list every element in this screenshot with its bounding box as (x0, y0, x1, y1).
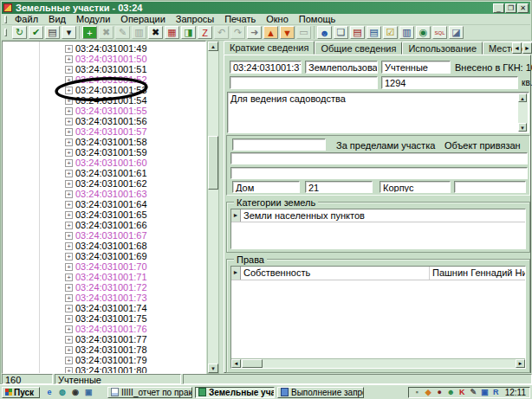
expand-icon[interactable]: + (65, 211, 73, 219)
expand-icon[interactable]: + (65, 357, 73, 364)
mail-icon[interactable]: ◍ (57, 387, 68, 397)
rights-grid[interactable]: ►СобственностьПашнин Геннадий Николае ◄ … (230, 266, 526, 369)
cadastral-number-field[interactable]: 03:24:031001:37 (230, 61, 302, 74)
tasks-check-icon[interactable]: ☑ (383, 26, 398, 39)
tree-item-71[interactable]: +03:24:031001:71 (65, 272, 147, 282)
tree-item-63[interactable]: +03:24:031001:63 (65, 189, 147, 199)
expand-icon[interactable]: + (65, 346, 73, 354)
tree-item-51[interactable]: +03:24:031001:51 (65, 64, 147, 74)
tree-item-67[interactable]: +03:24:031001:67 (65, 230, 147, 241)
blue-book-icon[interactable]: ▤ (367, 26, 381, 39)
tab-использование[interactable]: Использование (402, 42, 483, 55)
expand-icon[interactable]: + (65, 190, 73, 198)
tab-scroll-right-icon[interactable]: ► (522, 42, 532, 54)
task-report-doc[interactable]: IIIII_отчет по практи... (107, 387, 192, 398)
tree-item-73[interactable]: +03:24:031001:73 (65, 293, 147, 303)
scroll-up-icon[interactable]: ▲ (518, 93, 527, 102)
expand-icon[interactable]: + (65, 232, 73, 240)
display-settings-icon[interactable]: ▣ (480, 388, 490, 397)
sort-icon[interactable]: Z (198, 26, 212, 39)
expand-icon[interactable]: + (65, 138, 73, 146)
empty-field-1[interactable] (230, 76, 378, 89)
scroll-right-icon[interactable]: ► (516, 359, 525, 368)
go-icon[interactable]: ➜ (247, 26, 262, 39)
house-number-field[interactable]: 21 (305, 181, 373, 193)
cancel-changes-icon[interactable]: ✖ (148, 26, 163, 39)
computer-icon[interactable]: ◪ (449, 26, 464, 39)
menu-запросы[interactable]: Запросы (171, 13, 219, 25)
expand-icon[interactable]: + (65, 315, 73, 323)
copy-icon[interactable]: ❏ (334, 26, 348, 39)
tree-item-80[interactable]: +03:24:031001:80 (65, 365, 147, 374)
task-land-parcels[interactable]: Земельные участ... (195, 387, 275, 398)
building-label-field[interactable]: Корпус (380, 181, 451, 193)
confirm-icon[interactable]: ✔ (29, 26, 43, 39)
print-icon[interactable]: ▤ (45, 26, 60, 39)
expand-icon[interactable]: + (65, 180, 73, 188)
memo-scrollbar[interactable]: ▲ ▼ (518, 93, 528, 132)
scheduler-icon[interactable]: ✎ (469, 388, 478, 397)
tree-item-59[interactable]: +03:24:031001:59 (65, 147, 147, 158)
tree-item-50[interactable]: +03:24:031001:50 (65, 54, 147, 64)
display-icon[interactable]: ▣ (83, 387, 94, 397)
winamp-icon[interactable]: ◆ (424, 388, 433, 397)
rights-scrollbar[interactable]: ◄ ► (231, 358, 525, 368)
tree-item-70[interactable]: +03:24:031001:70 (65, 261, 147, 272)
expand-icon[interactable]: + (65, 253, 73, 261)
messenger-icon[interactable]: ☻ (446, 388, 456, 397)
print-dropdown-icon[interactable]: ▾ (62, 26, 76, 39)
expand-icon[interactable]: + (65, 305, 73, 312)
refresh-icon[interactable]: ↻ (12, 26, 27, 39)
expand-icon[interactable]: + (65, 201, 73, 209)
menu-файл[interactable]: Файл (10, 13, 43, 25)
expand-icon[interactable]: + (65, 170, 73, 177)
land-use-field[interactable]: Землепользование (305, 61, 378, 74)
tree-item-62[interactable]: +03:24:031001:62 (65, 178, 147, 189)
sql-icon[interactable]: SQL (432, 26, 447, 39)
category-row[interactable]: ►Земли населенных пунктов (231, 209, 525, 222)
expand-icon[interactable]: + (65, 87, 73, 94)
expand-icon[interactable]: + (65, 66, 73, 74)
expand-icon[interactable]: + (65, 159, 73, 167)
house-label-field[interactable]: Дом (232, 181, 300, 193)
card-view-icon[interactable]: ◨ (181, 26, 196, 39)
expand-icon[interactable]: + (65, 128, 73, 136)
address-line-1-field[interactable] (230, 152, 528, 164)
keyboard-layout-icon[interactable]: R (491, 388, 501, 397)
expand-icon[interactable]: + (65, 118, 73, 125)
network-status-icon[interactable]: ▪ (412, 388, 422, 397)
tab-краткие-сведения[interactable]: Краткие сведения (224, 41, 315, 55)
expand-icon[interactable]: + (65, 284, 73, 292)
scroll-down-icon[interactable]: ▼ (518, 123, 527, 132)
menu-печать[interactable]: Печать (219, 13, 261, 25)
tree-item-65[interactable]: +03:24:031001:65 (65, 209, 147, 220)
red-book-icon[interactable]: ▤ (350, 26, 365, 39)
tree-item-77[interactable]: +03:24:031001:77 (65, 334, 147, 344)
load-icon[interactable]: ▲ (263, 26, 278, 39)
add-record-icon[interactable]: + (82, 26, 97, 39)
tree-item-53[interactable]: +03:24:031001:53 (65, 85, 147, 95)
tree-item-56[interactable]: +03:24:031001:56 (65, 116, 147, 126)
tab-общие-сведения[interactable]: Общие сведения (315, 42, 402, 55)
tree-item-75[interactable]: +03:24:031001:75 (65, 313, 147, 324)
scroll-left-icon[interactable]: ◄ (231, 359, 241, 368)
record-status-field[interactable]: Учтенные (381, 61, 451, 74)
expand-icon[interactable]: + (65, 97, 73, 105)
expand-icon[interactable]: + (65, 325, 73, 333)
expand-icon[interactable]: + (65, 149, 73, 157)
tree-item-60[interactable]: +03:24:031001:60 (65, 158, 147, 168)
expand-icon[interactable]: + (65, 274, 73, 281)
expand-icon[interactable]: + (65, 107, 73, 115)
permitted-use-memo[interactable]: Для ведения садоводства ▲ ▼ (227, 92, 529, 133)
dark-book-icon[interactable]: ▥ (399, 26, 414, 39)
unload-icon[interactable]: ▼ (280, 26, 295, 39)
minimize-button[interactable]: _ (493, 3, 504, 13)
area-field[interactable]: 1294 (381, 76, 518, 89)
expand-icon[interactable]: + (65, 76, 73, 84)
expand-icon[interactable]: + (65, 242, 73, 250)
close-button[interactable]: ✕ (517, 3, 529, 13)
tree-item-52[interactable]: +03:24:031001:52 (65, 74, 147, 85)
expand-icon[interactable]: + (65, 55, 73, 63)
users-icon[interactable]: ☻ (317, 26, 332, 39)
tree-item-79[interactable]: +03:24:031001:79 (65, 355, 147, 365)
